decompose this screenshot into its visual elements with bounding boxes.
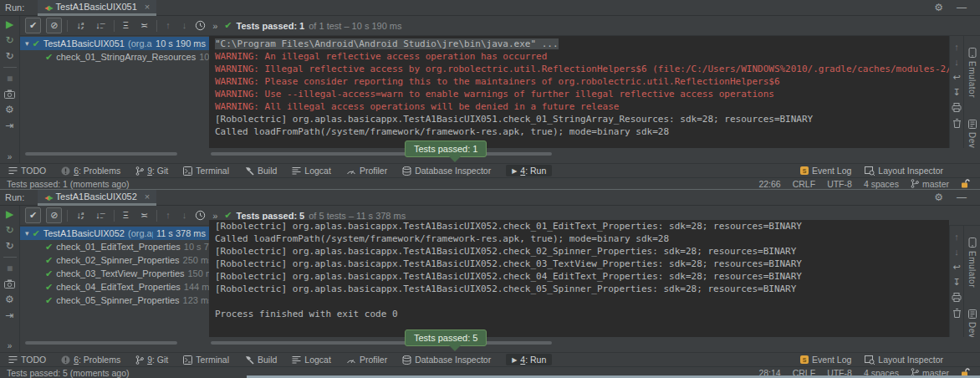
show-passed-filter-button[interactable]: ✔ xyxy=(25,18,41,33)
screenshot-camera-icon[interactable] xyxy=(4,89,15,99)
tree-horizontal-scrollbar[interactable] xyxy=(25,341,177,345)
show-ignored-filter-button[interactable]: ⊘ xyxy=(46,18,62,33)
collapse-all-button[interactable]: ≍ xyxy=(137,18,151,33)
more-chevrons-icon[interactable]: » xyxy=(8,152,13,161)
status-message: Tests passed: 1 (moments ago) xyxy=(7,179,129,189)
divider xyxy=(114,20,115,32)
close-icon[interactable]: × xyxy=(145,192,150,202)
test-history-icon[interactable] xyxy=(195,210,206,221)
soft-wrap-icon[interactable]: ↩ xyxy=(952,263,960,272)
tool-window-button-problems[interactable]: 6: Problems xyxy=(61,355,120,365)
test-tree-row[interactable]: ✔ check_01_StringArray_Resources 10 s 19… xyxy=(20,50,209,64)
tool-window-button-run[interactable]: ▶ 4: Run xyxy=(506,354,552,365)
test-tree-row[interactable]: ✔ check_05_Spinner_Properties 123 ms xyxy=(20,294,209,307)
git-branch-widget[interactable]: master xyxy=(911,179,949,189)
console-horizontal-scrollbar[interactable] xyxy=(211,152,552,156)
screenshot-camera-icon[interactable] xyxy=(4,279,15,289)
tool-window-button-problems[interactable]: 6: Problems xyxy=(61,166,120,176)
tool-window-button-git[interactable]: 9: Git xyxy=(135,166,168,176)
test-settings-gear-icon[interactable]: ⚙ xyxy=(5,105,14,115)
tool-window-button-todo[interactable]: TODO xyxy=(8,166,46,176)
rerun-button[interactable]: ▶ xyxy=(6,209,13,219)
minimize-icon[interactable]: — xyxy=(957,2,967,13)
more-chevrons-icon[interactable]: » xyxy=(8,341,13,350)
console-horizontal-scrollbar[interactable] xyxy=(211,341,552,345)
event-log-button[interactable]: S Event Log xyxy=(800,166,851,176)
scroll-to-end-icon[interactable]: ↧ xyxy=(952,278,960,287)
collapse-all-button[interactable]: ≍ xyxy=(137,208,151,222)
divider xyxy=(67,210,68,222)
toolbar-more-chevrons-icon[interactable]: » xyxy=(212,21,217,31)
scroll-to-end-icon[interactable]: ↧ xyxy=(952,88,960,97)
indent-indicator[interactable]: 4 spaces xyxy=(864,179,899,189)
rerun-icon[interactable]: ↻ xyxy=(5,241,13,251)
chevron-down-icon[interactable]: ▾ xyxy=(25,39,29,48)
expand-all-button[interactable]: Ξ xyxy=(120,18,132,33)
rerun-icon[interactable]: ↻ xyxy=(5,51,13,61)
tool-window-button-emulator[interactable]: Emulator xyxy=(967,48,977,98)
sort-alphabetically-button[interactable]: ↓az xyxy=(73,18,87,33)
minimize-icon[interactable]: — xyxy=(957,192,967,203)
divider xyxy=(3,257,17,258)
tool-window-button-build[interactable]: Build xyxy=(244,355,277,365)
layout-inspector-button[interactable]: Layout Inspector xyxy=(865,355,943,365)
tool-window-button-database-inspector[interactable]: Database Inspector xyxy=(402,166,491,176)
tool-window-button-logcat[interactable]: Logcat xyxy=(292,355,331,365)
test-settings-gear-icon[interactable]: ⚙ xyxy=(5,294,14,304)
soft-wrap-icon[interactable]: ↩ xyxy=(952,73,960,82)
import-tests-icon[interactable]: ⇥ xyxy=(5,310,13,320)
test-tree-root-row[interactable]: ▾ ✔ TestA1BasicUIX051 (org.aplas.basica … xyxy=(20,37,209,50)
expand-all-button[interactable]: Ξ xyxy=(120,208,132,222)
print-icon[interactable] xyxy=(952,293,962,302)
test-tree-row[interactable]: ✔ check_01_EditText_Properties 10 s 711 … xyxy=(20,240,209,253)
tool-window-button-todo[interactable]: TODO xyxy=(8,355,46,365)
print-icon[interactable] xyxy=(952,103,962,112)
rerun-button[interactable]: ▶ xyxy=(6,19,13,29)
show-ignored-filter-button[interactable]: ⊘ xyxy=(46,207,62,223)
show-passed-filter-button[interactable]: ✔ xyxy=(25,207,41,223)
close-icon[interactable]: × xyxy=(145,2,150,12)
run-tab[interactable]: ◀▶ TestA1BasicUIX051 × xyxy=(38,0,156,16)
tool-window-button-logcat[interactable]: Logcat xyxy=(292,166,331,176)
tool-window-button-terminal[interactable]: Terminal xyxy=(183,166,229,176)
caret-position[interactable]: 22:66 xyxy=(758,179,780,189)
terminal-icon xyxy=(183,166,192,176)
gear-icon[interactable]: ⚙ xyxy=(934,2,943,13)
event-log-icon: S xyxy=(800,355,809,364)
layout-inspector-button[interactable]: Layout Inspector xyxy=(865,166,943,176)
chevron-down-icon[interactable]: ▾ xyxy=(25,229,29,238)
encoding-indicator[interactable]: UTF-8 xyxy=(827,179,852,189)
event-log-button[interactable]: S Event Log xyxy=(800,355,851,365)
sort-by-duration-button[interactable]: ↓—– xyxy=(92,208,109,222)
tool-window-button-run[interactable]: ▶ 4: Run xyxy=(506,165,552,176)
run-console[interactable]: [Robolectric] org.aplas.basicappx.TestA1… xyxy=(209,220,949,337)
tree-horizontal-scrollbar[interactable] xyxy=(25,152,177,156)
lock-icon[interactable] xyxy=(961,179,970,188)
tool-window-button-terminal[interactable]: Terminal xyxy=(183,355,229,365)
test-tree-row[interactable]: ✔ check_03_TextView_Properties 150 ms xyxy=(20,267,209,280)
tool-window-button-git[interactable]: 9: Git xyxy=(135,355,168,365)
sort-alphabetically-button[interactable]: ↓az xyxy=(73,208,87,222)
import-tests-icon[interactable]: ⇥ xyxy=(5,120,13,130)
clear-console-trash-icon[interactable] xyxy=(952,308,962,318)
test-tree-root-row[interactable]: ▾ ✔ TestA1BasicUIX052 (org.aplas.basica … xyxy=(20,227,209,240)
gear-icon[interactable]: ⚙ xyxy=(934,192,943,203)
run-tab[interactable]: ◀▶ TestA1BasicUIX052 × xyxy=(38,190,156,206)
line-ending-indicator[interactable]: CRLF xyxy=(793,179,815,189)
rerun-failed-tests-icon[interactable]: ↻ xyxy=(5,225,13,235)
test-tree-row[interactable]: ✔ check_04_EditText_Properties 144 ms xyxy=(20,280,209,294)
tool-window-button-build[interactable]: Build xyxy=(244,166,277,176)
tool-window-button-database-inspector[interactable]: Database Inspector xyxy=(402,355,491,365)
test-history-icon[interactable] xyxy=(195,20,206,31)
sort-by-duration-button[interactable]: ↓—– xyxy=(92,18,109,33)
tool-window-button-emulator[interactable]: Emulator xyxy=(967,238,977,288)
test-tree-row[interactable]: ✔ check_02_Spinner_Properties 250 ms xyxy=(20,253,209,267)
tool-window-button-profiler[interactable]: Profiler xyxy=(346,355,387,365)
clear-console-trash-icon[interactable] xyxy=(952,118,962,128)
summary-rest: of 1 test – 10 s 190 ms xyxy=(309,21,401,31)
toolbar-more-chevrons-icon[interactable]: » xyxy=(212,211,217,221)
console-line: "C:\Program Files\Android\Android Studio… xyxy=(215,38,949,50)
tool-window-button-profiler[interactable]: Profiler xyxy=(346,166,387,176)
rerun-failed-tests-icon[interactable]: ↻ xyxy=(5,35,13,45)
run-console[interactable]: "C:\Program Files\Android\Android Studio… xyxy=(209,36,949,148)
